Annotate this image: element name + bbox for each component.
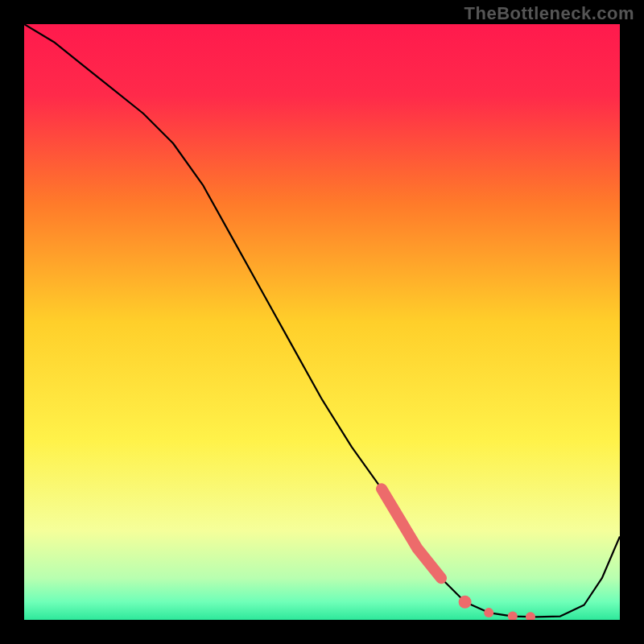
highlight-point — [459, 596, 472, 609]
chart-container: TheBottleneck.com — [0, 0, 644, 644]
highlight-point — [484, 608, 493, 617]
gradient-background — [24, 24, 620, 620]
plot-area — [24, 24, 620, 620]
chart-svg — [24, 24, 620, 620]
watermark-text: TheBottleneck.com — [464, 3, 634, 24]
